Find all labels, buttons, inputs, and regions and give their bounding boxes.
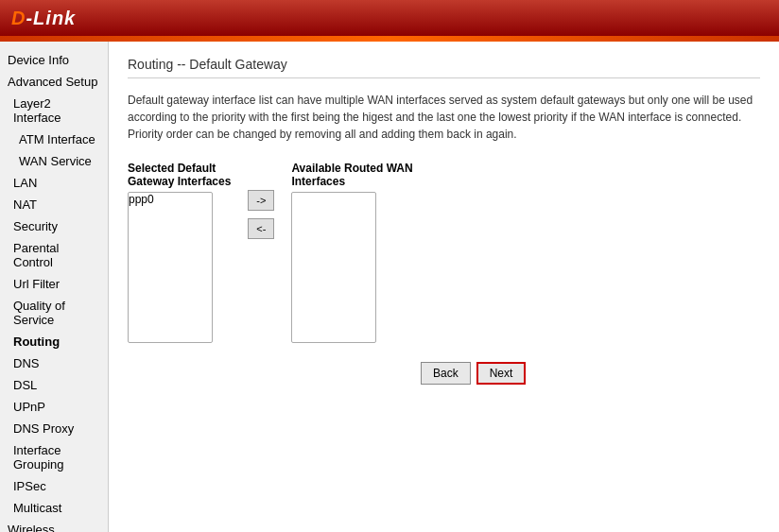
header: D-Link <box>0 0 779 36</box>
main-content: Routing -- Default Gateway Default gatew… <box>109 42 779 532</box>
right-pane-label: Available Routed WAN Interfaces <box>291 162 412 188</box>
sidebar-item-interface-grouping[interactable]: Interface Grouping <box>0 439 108 475</box>
left-pane-label: Selected Default Gateway Interfaces <box>128 162 231 188</box>
sidebar-item-layer2-interface[interactable]: Layer2 Interface <box>0 93 108 129</box>
arrows-wrap: -> <- <box>248 190 274 239</box>
button-row: Back Next <box>128 362 760 385</box>
left-pane-wrap: Selected Default Gateway Interfaces ppp0 <box>128 162 231 343</box>
layout: Device Info Advanced Setup Layer2 Interf… <box>0 42 779 532</box>
sidebar-item-dns[interactable]: DNS <box>0 352 108 374</box>
sidebar-item-security[interactable]: Security <box>0 215 108 237</box>
sidebar-item-multicast[interactable]: Multicast <box>0 497 108 519</box>
selected-gateway-list[interactable]: ppp0 <box>128 192 213 343</box>
sidebar-item-ipsec[interactable]: IPSec <box>0 475 108 497</box>
ppp0-option[interactable]: ppp0 <box>129 193 212 206</box>
move-left-button[interactable]: <- <box>248 218 274 239</box>
sidebar-item-qos[interactable]: Quality of Service <box>0 295 108 331</box>
sidebar-item-nat[interactable]: NAT <box>0 194 108 215</box>
sidebar-item-advanced-setup[interactable]: Advanced Setup <box>0 71 108 93</box>
back-button[interactable]: Back <box>421 362 471 385</box>
right-pane-wrap: Available Routed WAN Interfaces <box>291 162 412 343</box>
sidebar-item-atm-interface[interactable]: ATM Interface <box>0 129 108 150</box>
sidebar-item-device-info[interactable]: Device Info <box>0 49 108 71</box>
sidebar-item-upnp[interactable]: UPnP <box>0 396 108 418</box>
sidebar-item-wireless[interactable]: Wireless <box>0 519 108 532</box>
next-button[interactable]: Next <box>476 362 527 385</box>
pane-section: Selected Default Gateway Interfaces ppp0… <box>128 162 760 343</box>
logo-d: D <box>11 8 26 28</box>
sidebar-item-dns-proxy[interactable]: DNS Proxy <box>0 418 108 439</box>
move-right-button[interactable]: -> <box>248 190 274 211</box>
sidebar-item-lan[interactable]: LAN <box>0 172 108 194</box>
sidebar-item-dsl[interactable]: DSL <box>0 374 108 396</box>
sidebar-item-routing[interactable]: Routing <box>0 331 108 352</box>
sidebar-item-url-filter[interactable]: Url Filter <box>0 273 108 295</box>
sidebar-item-parental-control[interactable]: Parental Control <box>0 237 108 273</box>
description: Default gateway interface list can have … <box>128 92 760 143</box>
sidebar: Device Info Advanced Setup Layer2 Interf… <box>0 42 109 532</box>
logo: D-Link <box>11 8 76 29</box>
logo-link: -Link <box>26 8 76 28</box>
available-wan-list[interactable] <box>291 192 376 343</box>
sidebar-item-wan-service[interactable]: WAN Service <box>0 150 108 172</box>
page-title: Routing -- Default Gateway <box>128 57 760 78</box>
